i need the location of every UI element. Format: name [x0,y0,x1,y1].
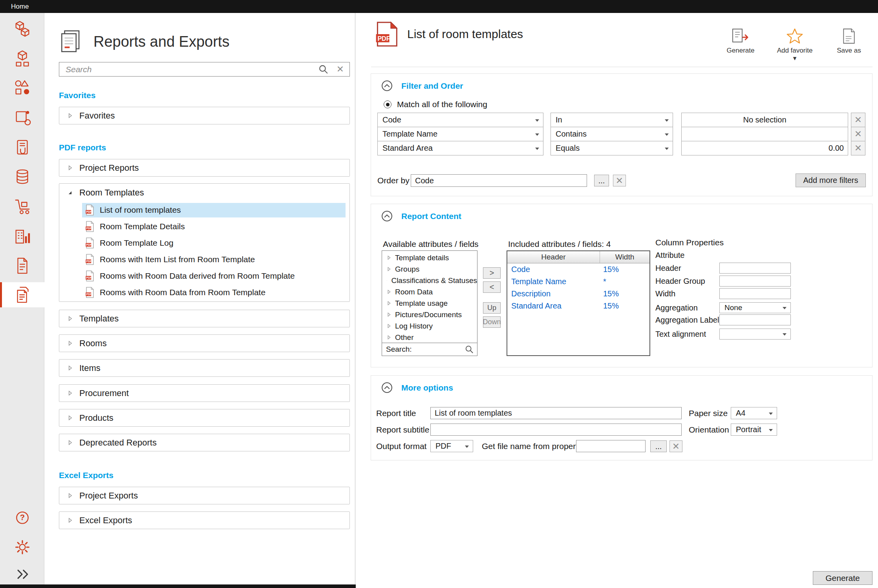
group-project-exports[interactable]: Project Exports [59,487,350,504]
tree-item-classifications[interactable]: Classifications & Statuses [382,275,477,286]
add-attribute-button[interactable]: > [483,267,501,279]
group-rooms[interactable]: Rooms [59,334,350,352]
file-name-browse-button[interactable]: ... [650,440,667,452]
aggregation-select[interactable]: None [719,302,791,313]
order-by-clear-button[interactable]: ✕ [613,175,626,186]
filter-value-picker-1[interactable]: No selection [681,113,848,127]
order-by-input[interactable] [411,174,587,187]
group-room-templates-header[interactable]: Room Templates [59,184,349,202]
remove-attribute-button[interactable]: < [483,281,501,293]
expand-icon [68,390,73,396]
reports-icon [14,286,32,304]
remove-filter-button-2[interactable]: ✕ [851,127,865,141]
header-group-input[interactable] [719,276,791,287]
group-products[interactable]: Products [59,409,350,427]
search-input[interactable] [65,64,310,75]
expand-sidebar-button[interactable] [0,564,44,584]
pdf-file-icon: PDF [85,254,94,265]
report-item-rooms-with-item-list[interactable]: PDF Rooms with Item List from Room Templ… [59,251,349,268]
aggregation-label-input[interactable] [719,314,791,325]
filter-value-input-3[interactable] [681,141,848,155]
move-down-button[interactable]: Down [483,316,501,328]
tree-item-other[interactable]: Other [382,332,477,343]
tree-item-room-data[interactable]: Room Data [382,286,477,298]
database-icon [13,168,31,186]
tree-item-groups[interactable]: Groups [382,263,477,275]
add-favorite-button[interactable]: Add favorite ▾ [776,28,814,63]
tree-item-log-history[interactable]: Log History [382,320,477,332]
sidebar-module-attachment-icon[interactable] [0,135,44,160]
clear-search-icon[interactable]: ✕ [337,65,344,74]
filter-operator-select-2[interactable]: Contains [551,127,673,141]
report-item-room-template-details[interactable]: PDF Room Template Details [59,218,349,235]
sidebar-module-cubes-icon[interactable] [0,16,44,41]
order-by-browse-button[interactable]: ... [594,175,609,186]
tree-item-template-usage[interactable]: Template usage [382,298,477,309]
tree-item-pictures-documents[interactable]: Pictures/Documents [382,309,477,320]
file-name-property-input[interactable] [576,440,646,452]
report-item-list-of-room-templates[interactable]: PDF List of room templates [59,202,349,218]
collapse-section-icon[interactable] [381,210,393,222]
tree-item-template-details[interactable]: Template details [382,252,477,263]
filter-value-input-2[interactable] [681,127,848,141]
group-deprecated-reports[interactable]: Deprecated Reports [59,434,350,451]
report-title-input[interactable] [430,407,682,419]
sidebar-module-shapes-icon[interactable] [0,75,44,100]
report-item-rooms-with-room-data-derived[interactable]: PDF Rooms with Room Data derived from Ro… [59,268,349,284]
remove-filter-button-3[interactable]: ✕ [851,141,865,155]
generate-report-button[interactable]: Generate [813,571,873,585]
sidebar-module-document-icon[interactable] [0,253,44,278]
add-more-filters-button[interactable]: Add more filters [796,173,866,187]
search-icon[interactable] [465,345,474,354]
paper-size-select[interactable]: A4 [731,407,777,419]
report-title: List of room templates [407,27,523,41]
remove-filter-button-1[interactable]: ✕ [851,113,865,127]
file-name-clear-button[interactable]: ✕ [669,440,682,452]
expand-icon [68,340,73,346]
table-row[interactable]: Template Name * [507,276,649,288]
generate-button[interactable]: Generate [722,28,759,63]
table-row[interactable]: Standard Area 15% [507,300,649,312]
filter-operator-select-1[interactable]: In [551,113,673,127]
move-up-button[interactable]: Up [483,302,501,314]
report-subtitle-input[interactable] [430,424,682,436]
help-icon[interactable]: ? [0,507,44,529]
header-input[interactable] [719,263,791,274]
home-menu[interactable]: Home [11,3,29,11]
sidebar-module-database-icon[interactable] [0,164,44,190]
width-input[interactable] [719,288,791,299]
table-row[interactable]: Code 15% [507,263,649,276]
filter-attribute-select-3[interactable]: Standard Area [377,141,543,155]
match-all-radio[interactable] [384,100,391,108]
sidebar-module-package-icon[interactable] [0,105,44,130]
settings-icon[interactable] [0,536,44,558]
filter-operator-select-3[interactable]: Equals [551,141,673,155]
report-item-room-template-log[interactable]: PDF Room Template Log [59,235,349,251]
filter-attribute-select-2[interactable]: Template Name [377,127,543,141]
text-alignment-select[interactable] [719,329,791,340]
collapse-section-icon[interactable] [381,80,393,91]
save-as-button[interactable]: Save as [830,28,868,63]
collapse-section-icon[interactable] [381,382,393,393]
header-divider [371,67,873,67]
group-templates[interactable]: Templates [59,310,350,327]
orientation-select[interactable]: Portrait [731,424,777,436]
sidebar-module-logistics-icon[interactable] [0,194,44,219]
stacked-boxes-icon [13,49,31,68]
filter-attribute-select-1[interactable]: Code [377,113,543,127]
group-procurement[interactable]: Procurement [59,384,350,402]
group-favorites[interactable]: Favorites [59,107,350,124]
header-group-label: Header Group [655,277,705,286]
sidebar-module-stack-icon[interactable] [0,46,44,71]
group-items[interactable]: Items [59,359,350,377]
table-row[interactable]: Description 15% [507,288,649,300]
question-circle-icon: ? [14,509,31,526]
sidebar-reports-icon[interactable] [0,282,44,307]
output-format-select[interactable]: PDF [430,440,473,452]
sidebar-module-building-icon[interactable] [0,224,44,249]
group-project-reports[interactable]: Project Reports [59,159,350,177]
search-icon[interactable] [318,64,329,75]
report-toolbar: Generate Add favorite ▾ Save as [722,28,868,63]
group-excel-exports[interactable]: Excel Exports [59,511,350,529]
report-item-rooms-with-room-data[interactable]: PDF Rooms with Room Data from Room Templ… [59,284,349,301]
